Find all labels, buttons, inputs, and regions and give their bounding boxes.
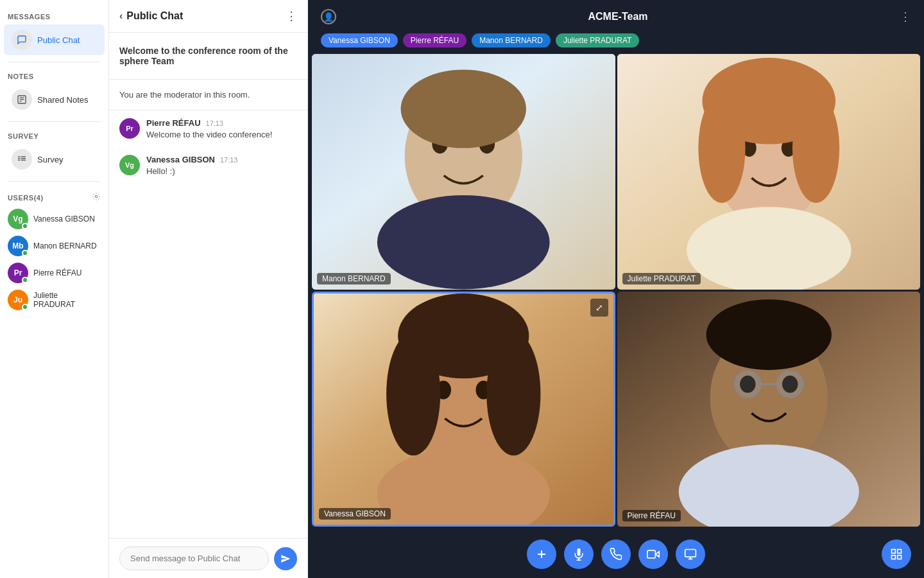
svg-point-41 [706, 299, 831, 370]
label-pierre: Pierre RÉFAU [622, 510, 681, 521]
gear-icon[interactable] [92, 192, 101, 203]
svg-point-13 [377, 195, 550, 290]
svg-point-31 [386, 332, 440, 455]
chat-header: ‹ Public Chat ⋮ [109, 0, 307, 33]
phone-button[interactable] [601, 539, 631, 569]
expand-button[interactable]: ⤢ [590, 299, 608, 317]
welcome-message: Welcome to the conference room of the sp… [109, 33, 307, 80]
svg-point-10 [95, 195, 98, 198]
notes-icon [12, 89, 32, 110]
mic-button[interactable] [564, 539, 594, 569]
svg-rect-54 [898, 556, 902, 559]
label-vanessa: Vanessa GIBSON [319, 508, 391, 520]
msg-name-pierre: Pierre RÉFAU [146, 118, 201, 128]
msg-text-pierre: Welcome to the video conference! [146, 130, 297, 139]
video-cell-vanessa: Vanessa GIBSON ⤢ [312, 292, 615, 527]
divider-2 [8, 121, 101, 122]
welcome-strong: Welcome to the conference room of the sp… [119, 46, 288, 66]
user-item-manon[interactable]: Mb Manon BERNARD [0, 232, 108, 259]
avatar-vanessa: Vg [8, 209, 28, 229]
svg-point-23 [698, 93, 745, 203]
tab-pierre[interactable]: Pierre RÉFAU [403, 33, 466, 48]
users-section-label: USERS(4) [8, 194, 44, 202]
users-header: USERS(4) [0, 187, 108, 206]
msg-content-pierre: Pierre RÉFAU 17:13 Welcome to the video … [146, 118, 297, 139]
video-cell-pierre: Pierre RÉFAU [617, 292, 921, 527]
avatar-pierre: Pr [8, 263, 28, 283]
avatar-manon: Mb [8, 236, 28, 256]
msg-time-pierre: 17:13 [206, 119, 224, 127]
video-feed-pierre [617, 292, 921, 527]
user-name-vanessa: Vanessa GIBSON [33, 215, 95, 223]
survey-section-label: SURVEY [0, 127, 108, 143]
video-grid: Manon BERNARD [308, 54, 924, 530]
chat-input[interactable] [119, 547, 269, 570]
user-item-vanessa[interactable]: Vg Vanessa GIBSON [0, 206, 108, 232]
chat-icon [12, 30, 32, 50]
svg-rect-48 [685, 550, 696, 557]
chat-input-area [109, 538, 307, 578]
sidebar: MESSAGES Public Chat NOTES Shared Notes … [0, 0, 109, 578]
survey-icon [12, 149, 32, 170]
survey-label: Survey [37, 155, 63, 164]
svg-point-32 [486, 332, 540, 455]
back-button[interactable]: ‹ [119, 10, 123, 22]
divider-3 [8, 181, 101, 182]
shared-notes-label: Shared Notes [37, 95, 89, 105]
public-chat-label: Public Chat [37, 35, 80, 45]
user-name-manon: Manon BERNARD [33, 241, 97, 250]
tab-juliette[interactable]: Juliette PRADURAT [556, 33, 639, 48]
label-juliette: Juliette PRADURAT [622, 273, 701, 285]
tab-manon[interactable]: Manon BERNARD [472, 33, 551, 48]
chat-messages: Welcome to the conference room of the sp… [109, 33, 307, 538]
tab-vanessa[interactable]: Vanessa GIBSON [321, 33, 398, 48]
sidebar-item-public-chat[interactable]: Public Chat [4, 24, 105, 55]
msg-header-pierre: Pierre RÉFAU 17:13 [146, 118, 297, 128]
chat-message-vanessa: Vg Vanessa GIBSON 17:13 Hello! :) [109, 147, 307, 184]
chat-more-button[interactable]: ⋮ [286, 9, 297, 23]
svg-rect-47 [647, 550, 656, 558]
send-button[interactable] [274, 547, 297, 570]
messages-section-label: MESSAGES [0, 8, 108, 23]
svg-point-38 [735, 371, 760, 396]
video-feed-manon [312, 54, 615, 290]
user-item-pierre[interactable]: Pr Pierre RÉFAU [0, 259, 108, 286]
video-feed-juliette [617, 54, 921, 290]
video-cell-juliette: Juliette PRADURAT [617, 54, 921, 290]
screen-share-button[interactable] [676, 539, 705, 569]
video-area: 👤 ACME-Team ⋮ Vanessa GIBSON Pierre RÉFA… [308, 0, 924, 578]
moderator-notice: You are the moderator in this room. [109, 80, 307, 110]
sidebar-item-shared-notes[interactable]: Shared Notes [4, 84, 105, 115]
chat-title-group: ‹ Public Chat [119, 10, 183, 22]
svg-point-19 [686, 207, 851, 289]
msg-time-vanessa: 17:13 [220, 156, 238, 164]
divider-1 [8, 62, 101, 62]
welcome-text: Welcome to the conference room of the sp… [119, 46, 297, 66]
chat-message-pierre: Pr Pierre RÉFAU 17:13 Welcome to the vid… [109, 110, 307, 147]
video-more-button[interactable]: ⋮ [900, 10, 911, 24]
svg-point-24 [792, 93, 839, 203]
user-item-juliette[interactable]: Ju Juliette PRADURAT [0, 286, 108, 313]
participant-tabs: Vanessa GIBSON Pierre RÉFAU Manon BERNAR… [308, 33, 924, 54]
msg-avatar-vanessa: Vg [119, 155, 140, 175]
msg-avatar-pierre: Pr [119, 118, 140, 139]
avatar-juliette: Ju [8, 290, 28, 310]
svg-rect-53 [892, 556, 896, 559]
video-header: 👤 ACME-Team ⋮ [308, 0, 924, 33]
video-feed-vanessa [314, 293, 613, 525]
msg-content-vanessa: Vanessa GIBSON 17:13 Hello! :) [146, 155, 297, 176]
user-name-juliette: Juliette PRADURAT [33, 291, 101, 309]
svg-rect-52 [898, 550, 902, 554]
chat-title-label: Public Chat [126, 10, 183, 22]
video-header-left: 👤 [321, 9, 336, 24]
svg-point-39 [777, 371, 802, 396]
chat-panel: ‹ Public Chat ⋮ Welcome to the conferenc… [109, 0, 308, 578]
sidebar-item-survey[interactable]: Survey [4, 144, 105, 175]
msg-header-vanessa: Vanessa GIBSON 17:13 [146, 155, 297, 164]
camera-button[interactable] [638, 539, 668, 569]
video-controls [308, 530, 924, 578]
layout-button[interactable] [882, 539, 911, 569]
label-manon: Manon BERNARD [317, 273, 391, 285]
add-button[interactable] [527, 539, 556, 569]
video-title: ACME-Team [588, 11, 647, 22]
